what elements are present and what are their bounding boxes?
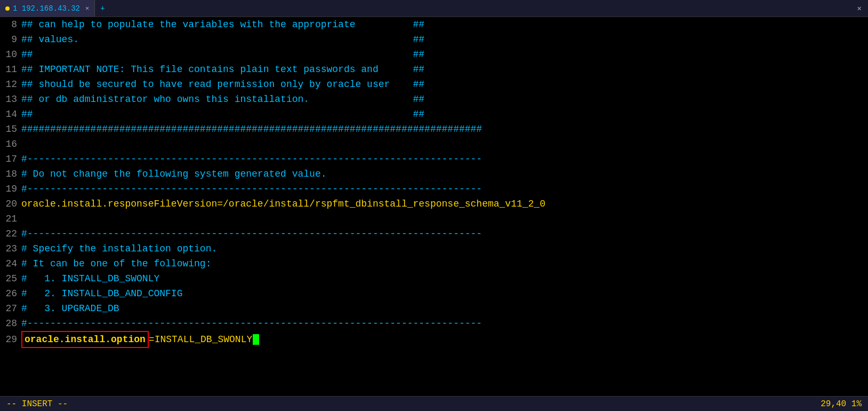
line-number: 21 [0, 211, 21, 226]
code-line: 8## can help to populate the variables w… [0, 17, 868, 32]
highlighted-selection: oracle.install.option [21, 331, 149, 348]
code-line: 25# 1. INSTALL_DB_SWONLY [0, 271, 868, 286]
tab-session[interactable]: 1 192.168.43.32 ✕ [0, 0, 95, 17]
line-29-number: 29 [0, 332, 21, 347]
line-text: # 3. UPGRADE_DB [21, 301, 868, 316]
line-number: 28 [0, 316, 21, 331]
code-line: 23# Specify the installation option. [0, 241, 868, 256]
tab-label: 1 192.168.43.32 [13, 4, 80, 13]
line-text: #---------------------------------------… [21, 316, 868, 331]
text-cursor [253, 334, 259, 345]
code-line: 9## values. ## [0, 32, 868, 47]
code-line: 10## ## [0, 47, 868, 62]
line-text: ## should be secured to have read permis… [21, 77, 868, 92]
line-number: 18 [0, 167, 21, 181]
code-line: 24# It can be one of the following: [0, 256, 868, 271]
line-text: ## IMPORTANT NOTE: This file contains pl… [21, 62, 868, 77]
line-number: 14 [0, 107, 21, 122]
line-number: 23 [0, 241, 21, 256]
line-text: ## or db administrator who owns this ins… [21, 92, 868, 107]
line-number: 12 [0, 77, 21, 92]
line-text: #---------------------------------------… [21, 152, 868, 167]
line-text: ## ## [21, 47, 868, 62]
line-number: 11 [0, 62, 21, 77]
plus-icon[interactable]: + [100, 4, 105, 13]
status-position: 29,40 1% [821, 399, 862, 409]
line-text: # Do not change the following system gen… [21, 167, 868, 181]
code-line: 17#-------------------------------------… [0, 152, 868, 167]
code-lines: 8## can help to populate the variables w… [0, 17, 868, 348]
line-number: 15 [0, 122, 21, 137]
line-number: 25 [0, 271, 21, 286]
window-close-button[interactable]: ✕ [851, 4, 868, 13]
line-number: 19 [0, 181, 21, 196]
line-text: # Specify the installation option. [21, 241, 868, 256]
line-number: 8 [0, 17, 21, 32]
status-mode: -- INSERT -- [6, 399, 68, 409]
code-line: 12## should be secured to have read perm… [0, 77, 868, 92]
line-text: ## values. ## [21, 32, 868, 47]
line-number: 16 [0, 137, 21, 152]
line-number: 22 [0, 226, 21, 241]
line-text: # 1. INSTALL_DB_SWONLY [21, 271, 868, 286]
code-line: 18# Do not change the following system g… [0, 167, 868, 181]
tab-close-icon[interactable]: ✕ [85, 4, 89, 12]
line-number: 20 [0, 196, 21, 211]
line-number: 26 [0, 286, 21, 301]
line-number: 9 [0, 32, 21, 47]
line-number: 10 [0, 47, 21, 62]
line-text: #---------------------------------------… [21, 181, 868, 196]
line-text: oracle.install.responseFileVersion=/orac… [21, 196, 868, 211]
line-text: ## can help to populate the variables wi… [21, 17, 868, 32]
code-line: 11## IMPORTANT NOTE: This file contains … [0, 62, 868, 77]
code-line: 13## or db administrator who owns this i… [0, 92, 868, 107]
line-text: # 2. INSTALL_DB_AND_CONFIG [21, 286, 868, 301]
status-bar: -- INSERT -- 29,40 1% [0, 396, 868, 411]
line-text: #---------------------------------------… [21, 226, 868, 241]
new-tab-button[interactable]: + [95, 0, 110, 17]
code-line: 21 [0, 211, 868, 226]
session-dot-icon [5, 6, 10, 11]
code-line: 14## ## [0, 107, 868, 122]
code-line: 15######################################… [0, 122, 868, 137]
line-text: # It can be one of the following: [21, 256, 868, 271]
line-number: 17 [0, 152, 21, 167]
code-line: 27# 3. UPGRADE_DB [0, 301, 868, 316]
line-29-content: oracle.install.option=INSTALL_DB_SWONLY [21, 331, 259, 348]
code-line: 28#-------------------------------------… [0, 316, 868, 331]
line-number: 13 [0, 92, 21, 107]
tab-bar: 1 192.168.43.32 ✕ + ✕ [0, 0, 868, 17]
oracle-install-option-key: oracle.install.option [25, 332, 146, 347]
line-number: 24 [0, 256, 21, 271]
editor-area: 8## can help to populate the variables w… [0, 17, 868, 396]
code-line: 20oracle.install.responseFileVersion=/or… [0, 196, 868, 211]
line-text: ## ## [21, 107, 868, 122]
code-line: 16 [0, 137, 868, 152]
line-text: ########################################… [21, 122, 868, 137]
code-line: 22#-------------------------------------… [0, 226, 868, 241]
code-line: 19#-------------------------------------… [0, 181, 868, 196]
line-number: 27 [0, 301, 21, 316]
line-29-value: =INSTALL_DB_SWONLY [149, 332, 252, 347]
line-29: 29oracle.install.option=INSTALL_DB_SWONL… [0, 331, 868, 348]
code-line: 26# 2. INSTALL_DB_AND_CONFIG [0, 286, 868, 301]
